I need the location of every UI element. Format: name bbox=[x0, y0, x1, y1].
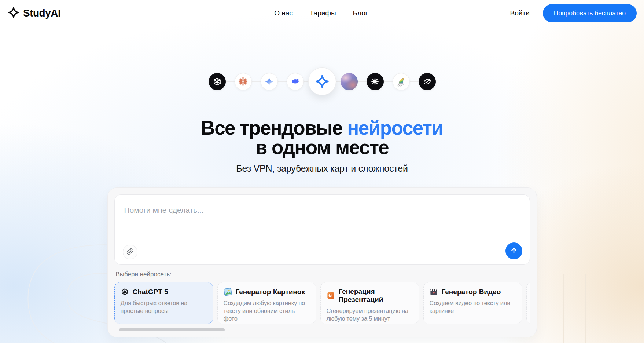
login-link[interactable]: Войти bbox=[510, 9, 530, 17]
brand-logo[interactable]: StudyAI bbox=[7, 6, 60, 20]
nav-about[interactable]: О нас bbox=[274, 9, 293, 17]
title-highlight: нейросети bbox=[347, 117, 443, 139]
try-free-button[interactable]: Попробовать бесплатно bbox=[543, 4, 637, 22]
studyai-star-icon bbox=[7, 6, 20, 20]
page-title: Все трендовые нейросети в одном месте bbox=[0, 118, 644, 157]
deepseek-whale-icon bbox=[287, 73, 304, 90]
openai-icon bbox=[121, 288, 129, 296]
model-card-video-generator[interactable]: Генератор Видео Создаем видео по тексту … bbox=[423, 282, 522, 324]
send-button[interactable] bbox=[505, 242, 522, 259]
arrow-up-icon bbox=[509, 246, 518, 256]
model-chooser-label: Выбери нейросеть: bbox=[116, 271, 530, 278]
composer-panel: Выбери нейросеть: ChatGPT 5 Для быстрых … bbox=[107, 187, 537, 337]
model-card-desc: Сгенерируем презентацию на любую тему за… bbox=[327, 307, 413, 322]
attach-file-button[interactable] bbox=[123, 245, 137, 259]
brand-name: StudyAI bbox=[23, 7, 60, 19]
gemini-star-icon bbox=[261, 73, 278, 90]
model-card-title: Генератор Картинок bbox=[236, 288, 305, 296]
model-card-desc: Создаем видео по тексту или картинке bbox=[430, 299, 516, 315]
model-card-desc: Для быстрых ответов на простые вопросы bbox=[121, 299, 207, 315]
model-card-partial[interactable] bbox=[526, 282, 530, 324]
studyai-star-icon bbox=[308, 67, 336, 95]
black-star-icon bbox=[367, 73, 384, 90]
title-part-1: Все трендовые bbox=[201, 117, 347, 139]
nav-blog[interactable]: Блог bbox=[353, 9, 368, 17]
ai-models-icon-strip bbox=[0, 67, 644, 95]
model-card-title: ChatGPT 5 bbox=[133, 288, 168, 296]
clapperboard-icon bbox=[430, 288, 438, 296]
main-nav: О нас Тарифы Блог bbox=[274, 9, 368, 17]
openai-icon bbox=[209, 73, 226, 90]
model-card-image-generator[interactable]: Генератор Картинок Создадим любую картин… bbox=[217, 282, 316, 324]
model-card-desc: Создадим любую картинку по тексту или об… bbox=[224, 299, 310, 322]
model-card-title: Генерация Презентаций bbox=[339, 288, 383, 304]
model-cards-row: ChatGPT 5 Для быстрых ответов на простые… bbox=[114, 282, 530, 324]
scrollbar-thumb[interactable] bbox=[119, 328, 225, 331]
nav-pricing[interactable]: Тарифы bbox=[310, 9, 336, 17]
header-actions: Войти Попробовать бесплатно bbox=[510, 4, 637, 22]
hero-section: Все трендовые нейросети в одном месте Бе… bbox=[0, 67, 644, 337]
paperclip-icon bbox=[126, 248, 133, 256]
model-card-presentations[interactable]: Генерация Презентаций Сгенерируем презен… bbox=[320, 282, 419, 324]
swirl-loop-icon bbox=[419, 73, 436, 90]
cards-scrollbar bbox=[113, 328, 530, 331]
picture-frame-icon bbox=[224, 288, 232, 296]
presentation-icon bbox=[327, 291, 335, 300]
title-line-2: в одном месте bbox=[255, 136, 389, 158]
model-card-title: Генератор Видео bbox=[442, 288, 501, 296]
page-subtitle: Без VPN, зарубежных карт и сложностей bbox=[0, 163, 644, 174]
claude-starburst-icon bbox=[235, 73, 252, 90]
prompt-box bbox=[114, 194, 530, 265]
prompt-input[interactable] bbox=[124, 206, 491, 250]
photo-avatar-icon bbox=[341, 73, 358, 90]
top-bar: StudyAI О нас Тарифы Блог Войти Попробов… bbox=[0, 0, 644, 26]
model-card-chatgpt[interactable]: ChatGPT 5 Для быстрых ответов на простые… bbox=[114, 282, 213, 324]
midjourney-sailboat-icon bbox=[393, 73, 410, 90]
